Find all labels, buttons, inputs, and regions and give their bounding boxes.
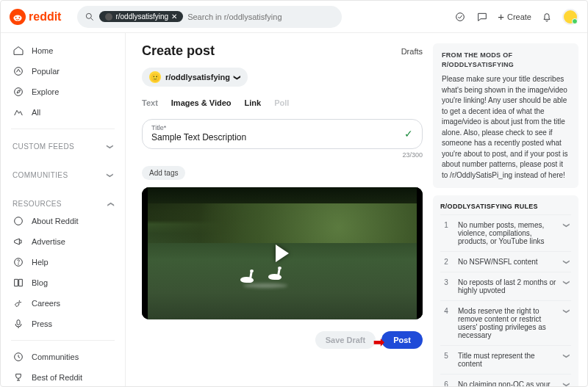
plus-icon: + — [498, 11, 504, 22]
chevron-down-icon — [234, 73, 240, 82]
chevron-down-icon — [107, 142, 113, 151]
reddit-outline-icon — [12, 215, 24, 227]
tab-images-video[interactable]: Images & Video — [171, 98, 232, 109]
nav-popular[interactable]: Popular — [1, 61, 125, 82]
community-name: r/oddlysatisfying — [165, 73, 230, 82]
rule-text: No reposts of last 2 months or highly up… — [458, 278, 556, 294]
community-avatar-icon: 🙂 — [149, 71, 161, 83]
post-type-tabs: Text Images & Video Link Poll — [142, 98, 423, 109]
mod-message: FROM THE MODS OF R/ODDLYSATISFYING Pleas… — [433, 43, 578, 188]
ad-free-icon[interactable] — [453, 10, 467, 23]
nav-careers[interactable]: Careers — [1, 293, 125, 314]
title-input[interactable]: Title* Sample Text Description ✓ — [142, 119, 423, 149]
swan-graphic — [268, 268, 286, 280]
svg-line-6 — [91, 18, 93, 20]
rule-item[interactable]: 5Title must represent the content — [440, 345, 571, 374]
rule-number: 5 — [442, 352, 451, 360]
chevron-down-icon — [564, 221, 570, 229]
drafts-link[interactable]: Drafts — [401, 47, 423, 56]
nav-advertise[interactable]: Advertise — [1, 231, 125, 252]
all-icon — [12, 106, 24, 118]
nav-help[interactable]: Help — [1, 252, 125, 272]
reddit-icon — [10, 9, 26, 25]
nav-label: Explore — [32, 87, 59, 96]
section-resources[interactable]: RESOURCES — [1, 192, 125, 211]
nav-communities-link[interactable]: Communities — [1, 347, 125, 367]
nav-all[interactable]: All — [1, 102, 125, 123]
mod-message-body: Please make sure your title describes wh… — [442, 74, 570, 181]
communities-icon — [12, 351, 24, 363]
rule-item[interactable]: 1No number posts, memes, violence, compi… — [440, 214, 571, 251]
search-scope-chip[interactable]: r/oddlysatisfying ✕ — [99, 11, 183, 22]
rules-title: R/ODDLYSATISFYING RULES — [440, 203, 571, 210]
rule-number: 1 — [442, 221, 451, 229]
nav-blog[interactable]: Blog — [1, 272, 125, 293]
play-icon[interactable] — [276, 245, 289, 262]
rule-number: 4 — [442, 307, 451, 315]
wrench-icon — [12, 297, 24, 309]
body: Home Popular Explore All CUSTOM FEEDS CO… — [1, 33, 587, 386]
section-label: COMMUNITIES — [12, 171, 68, 179]
notifications-icon[interactable] — [540, 10, 553, 23]
left-sidebar: Home Popular Explore All CUSTOM FEEDS CO… — [1, 33, 126, 386]
rule-text: No claiming non-OC as your own content — [458, 380, 556, 386]
chip-avatar-icon — [105, 13, 112, 21]
valid-check-icon: ✓ — [404, 128, 413, 140]
nav-label: Popular — [32, 67, 60, 76]
create-label: Create — [507, 12, 531, 21]
rule-item[interactable]: 6No claiming non-OC as your own content — [440, 374, 571, 386]
chevron-down-icon — [107, 171, 113, 179]
annotation-arrow-icon: ➡ — [373, 334, 384, 350]
rule-number: 3 — [442, 278, 451, 286]
explore-icon — [12, 86, 24, 98]
post-button[interactable]: Post — [381, 331, 423, 349]
title-value: Sample Text Description — [151, 132, 413, 142]
nav-press[interactable]: Press — [1, 314, 125, 334]
user-avatar[interactable] — [562, 9, 578, 25]
create-button[interactable]: +Create — [498, 11, 531, 22]
book-icon — [12, 277, 24, 289]
nav-label: About Reddit — [32, 217, 79, 225]
rule-item[interactable]: 3No reposts of last 2 months or highly u… — [440, 272, 571, 300]
search-input[interactable] — [187, 12, 334, 21]
nav-label: Press — [32, 319, 52, 328]
rule-item[interactable]: 4Mods reserve the right to remove conten… — [440, 300, 571, 345]
save-draft-button[interactable]: Save Draft — [315, 331, 376, 349]
section-communities[interactable]: COMMUNITIES — [1, 164, 125, 182]
svg-point-5 — [87, 13, 92, 18]
section-custom-feeds[interactable]: CUSTOM FEEDS — [1, 135, 125, 153]
right-sidebar: FROM THE MODS OF R/ODDLYSATISFYING Pleas… — [433, 43, 578, 376]
svg-rect-13 — [17, 320, 20, 325]
nav-about[interactable]: About Reddit — [1, 211, 125, 231]
rule-number: 2 — [442, 258, 451, 266]
brand-text: reddit — [29, 10, 61, 23]
community-selector[interactable]: 🙂 r/oddlysatisfying — [142, 68, 248, 87]
nav-label: Best of Reddit — [32, 373, 82, 382]
rule-item[interactable]: 2No NSFW/NSFL content — [440, 251, 571, 272]
chevron-up-icon — [107, 200, 113, 208]
chip-close-icon[interactable]: ✕ — [171, 12, 177, 21]
tab-link[interactable]: Link — [245, 98, 262, 109]
media-preview[interactable] — [142, 187, 423, 319]
rules-box: R/ODDLYSATISFYING RULES 1No number posts… — [433, 195, 578, 386]
nav-explore[interactable]: Explore — [1, 82, 125, 102]
add-tags-button[interactable]: Add tags — [142, 166, 185, 180]
nav-home[interactable]: Home — [1, 40, 125, 61]
help-icon — [12, 256, 24, 268]
popular-icon — [12, 65, 24, 77]
nav-label: Communities — [32, 352, 79, 361]
chevron-down-icon — [564, 307, 570, 315]
nav-best[interactable]: Best of Reddit — [1, 367, 125, 386]
chat-icon[interactable] — [476, 10, 489, 23]
nav-label: Advertise — [32, 237, 65, 246]
header-actions: +Create — [453, 9, 578, 25]
nav-label: Careers — [32, 299, 60, 308]
reddit-logo[interactable]: reddit — [10, 9, 61, 25]
chevron-down-icon — [564, 258, 570, 266]
search-bar[interactable]: r/oddlysatisfying ✕ — [77, 6, 342, 28]
header: reddit r/oddlysatisfying ✕ +Create — [1, 1, 587, 33]
home-icon — [12, 45, 24, 57]
action-row: ➡ Save Draft Post — [142, 331, 423, 349]
megaphone-icon — [12, 236, 24, 247]
tab-text[interactable]: Text — [142, 98, 158, 109]
